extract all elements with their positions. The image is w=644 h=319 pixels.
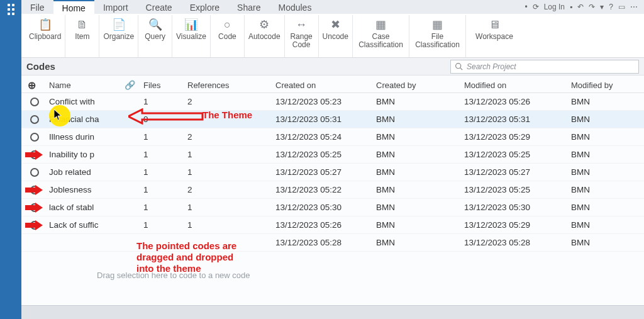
redo-icon[interactable]: ↷ — [589, 3, 595, 11]
code-node-icon[interactable] — [30, 98, 39, 106]
ribbon-uncode[interactable]: ✖Uncode — [319, 15, 353, 57]
table-row[interactable]: Joblesness1213/12/2023 05:22BMN13/12/202… — [21, 181, 644, 199]
cell-created-by: BMN — [374, 220, 462, 230]
search-icon — [455, 62, 463, 70]
cell-refs: 2 — [185, 132, 273, 142]
cell-modified-by: BMN — [569, 97, 644, 106]
login-link[interactable]: Log In — [544, 3, 565, 11]
col-created-on[interactable]: Created on — [273, 81, 374, 90]
col-refs[interactable]: References — [185, 81, 273, 90]
cell-created-by: BMN — [374, 167, 462, 177]
cell-files: 1 — [141, 203, 185, 212]
cell-name: Inability to p — [47, 150, 122, 159]
menu-modules[interactable]: Modules — [269, 0, 320, 14]
ribbon-query[interactable]: 🔍Query — [138, 15, 172, 57]
panel-header: Codes Search Project — [21, 58, 644, 76]
col-created-by[interactable]: Created by — [374, 81, 462, 90]
ribbon-code[interactable]: ○Code — [211, 15, 245, 57]
cell-modified-by: BMN — [569, 238, 644, 247]
cell-created-on: 13/12/2023 05:28 — [273, 238, 374, 247]
cell-refs: 1 — [185, 220, 273, 230]
search-box[interactable]: Search Project — [450, 60, 639, 74]
cell-modified-on: 13/12/2023 05:26 — [462, 97, 569, 106]
ribbon-range-code[interactable]: ↔Range Code — [285, 15, 319, 57]
menu-create[interactable]: Create — [137, 0, 181, 14]
file-icon: ▦ — [432, 18, 443, 31]
left-nav-strip — [0, 0, 21, 319]
col-modified-by[interactable]: Modified by — [569, 81, 644, 90]
cell-files: 1 — [141, 97, 185, 106]
cell-files: 1 — [141, 220, 185, 230]
cell-refs: 2 — [185, 97, 273, 106]
add-code-button[interactable]: ⊕ — [21, 79, 47, 91]
cell-files: 1 — [141, 167, 185, 177]
cell-created-by: BMN — [374, 185, 462, 194]
table-row[interactable]: Conflict with1213/12/2023 05:23BMN13/12/… — [21, 93, 644, 111]
menu-explore[interactable]: Explore — [181, 0, 228, 14]
ribbon-case-classification[interactable]: ▦Case Classification — [353, 15, 409, 57]
ribbon-autocode[interactable]: ⚙Autocode — [245, 15, 285, 57]
table-row[interactable]: 13/12/2023 05:28BMN13/12/2023 05:28BMN — [21, 234, 644, 252]
cell-name: Joblesness — [47, 185, 122, 194]
table-row[interactable]: Job related1113/12/2023 05:27BMN13/12/20… — [21, 164, 644, 181]
menu-share[interactable]: Share — [228, 0, 269, 14]
undo-icon[interactable]: ↶ — [577, 3, 584, 11]
col-link-icon[interactable]: 🔗 — [122, 80, 141, 90]
cell-modified-by: BMN — [569, 150, 644, 159]
menu-import[interactable]: Import — [94, 0, 137, 14]
save-icon[interactable]: ▪ — [570, 3, 572, 11]
sync-icon[interactable]: ⟳ — [533, 3, 539, 11]
table-row[interactable]: Inability to p1113/12/2023 05:25BMN13/12… — [21, 146, 644, 164]
cell-created-by: BMN — [374, 115, 462, 124]
code-node-icon[interactable] — [30, 133, 39, 142]
code-node-icon[interactable] — [30, 203, 39, 212]
col-files[interactable]: Files — [141, 81, 185, 90]
ribbon-label: File Classification — [415, 33, 460, 49]
code-node-icon[interactable] — [30, 168, 39, 177]
status-bar — [21, 305, 644, 319]
table-header: ⊕ Name 🔗 Files References Created on Cre… — [21, 76, 644, 93]
ribbon-label: Workspace — [475, 33, 513, 41]
ribbon-label: Query — [145, 33, 165, 41]
ribbon-workspace[interactable]: 🖥Workspace — [466, 15, 523, 57]
table-row[interactable]: Illness durin1213/12/2023 05:24BMN13/12/… — [21, 128, 644, 146]
ribbon-label: Organize — [103, 33, 134, 41]
more-icon[interactable]: ⋯ — [630, 3, 638, 11]
code-node-icon[interactable] — [30, 221, 39, 230]
code-node-icon[interactable] — [30, 186, 39, 194]
table-row[interactable]: Financial cha013/12/2023 05:31BMN13/12/2… — [21, 111, 644, 128]
visualize-icon: 📊 — [184, 18, 198, 31]
ribbon-visualize[interactable]: 📊Visualize — [172, 15, 211, 57]
cell-created-on: 13/12/2023 05:27 — [273, 167, 374, 177]
app-root: FileHomeImportCreateExploreShareModules•… — [0, 0, 644, 319]
ribbon-label: Case Classification — [358, 33, 403, 49]
col-name[interactable]: Name — [47, 81, 122, 90]
cell-refs: 1 — [185, 150, 273, 159]
help-icon[interactable]: ? — [609, 3, 613, 11]
clipboard-icon: 📋 — [38, 18, 52, 31]
ribbon-clipboard[interactable]: 📋Clipboard — [25, 15, 65, 57]
cell-created-by: BMN — [374, 203, 462, 212]
cloud-icon[interactable]: • — [525, 3, 527, 11]
cell-name: Conflict with — [47, 97, 122, 106]
table-row[interactable]: lack of stabl1113/12/2023 05:30BMN13/12/… — [21, 199, 644, 216]
col-modified-on[interactable]: Modified on — [462, 81, 569, 90]
cell-modified-on: 13/12/2023 05:28 — [462, 238, 569, 247]
ribbon-item[interactable]: 🗎Item — [65, 15, 99, 57]
menu-home[interactable]: Home — [53, 0, 94, 14]
query-icon: 🔍 — [148, 18, 162, 31]
code-node-icon[interactable] — [30, 150, 39, 159]
drop-icon[interactable]: ▾ — [600, 3, 604, 11]
code-node-icon[interactable] — [30, 115, 39, 124]
cell-files: 1 — [141, 185, 185, 194]
menu-file[interactable]: File — [21, 0, 53, 14]
ribbon-organize[interactable]: 📄Organize — [99, 15, 138, 57]
ribbon-file-classification[interactable]: ▦File Classification — [409, 15, 466, 57]
cell-modified-by: BMN — [569, 115, 644, 124]
table-row[interactable]: Lack of suffic1113/12/2023 05:26BMN13/12… — [21, 216, 644, 234]
window-icon[interactable]: ▭ — [618, 3, 625, 11]
drop-hint: Drag selection here to code to a new cod… — [21, 252, 644, 280]
cell-files: 0 — [141, 115, 185, 124]
item-icon: 🗎 — [77, 18, 88, 31]
cell-modified-on: 13/12/2023 05:27 — [462, 167, 569, 177]
